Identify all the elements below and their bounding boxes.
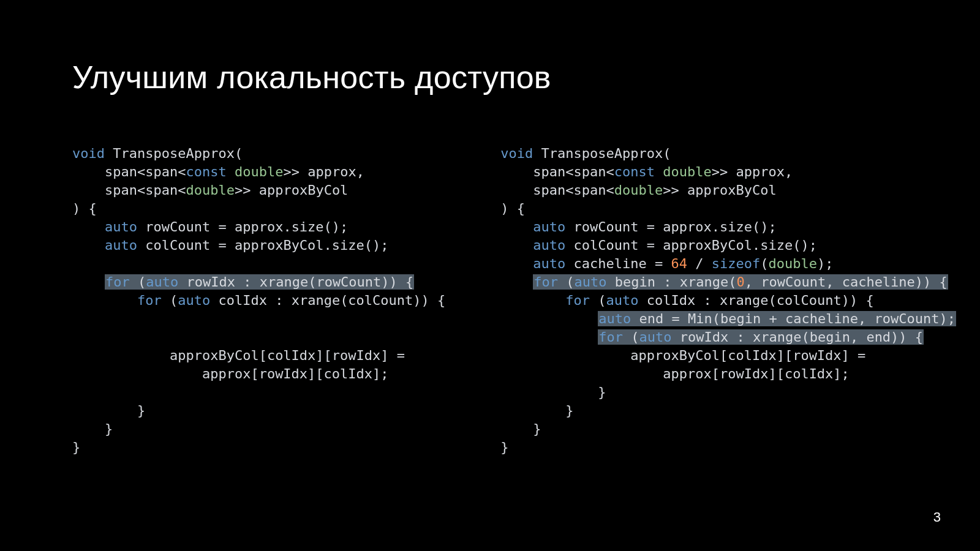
code-line: void TransposeApprox(: [500, 146, 671, 161]
code-line: span<span<double>> approxByCol: [72, 182, 348, 198]
code-line: for (auto colIdx : xrange(colCount)) {: [500, 293, 873, 308]
code-line: for (auto colIdx : xrange(colCount)) {: [72, 293, 445, 308]
slide: Улучшим локальность доступов void Transp…: [0, 0, 980, 551]
code-line: }: [72, 421, 113, 437]
code-left: void TransposeApprox( span<span<const do…: [72, 144, 445, 457]
code-line: }: [500, 440, 508, 455]
code-line: }: [72, 403, 145, 418]
code-line: approx[rowIdx][colIdx];: [500, 366, 850, 381]
code-line: for (auto begin : xrange(0, rowCount, ca…: [500, 274, 948, 290]
code-line: approxByCol[colIdx][rowIdx] =: [500, 348, 865, 363]
code-line: span<span<double>> approxByCol: [500, 182, 776, 198]
code-line: for (auto rowIdx : xrange(begin, end)) {: [500, 329, 924, 345]
code-line: for (auto rowIdx : xrange(rowCount)) {: [72, 274, 414, 290]
code-line: }: [500, 403, 573, 418]
code-right: void TransposeApprox( span<span<const do…: [500, 144, 956, 457]
code-line: span<span<const double>> approx,: [72, 164, 364, 179]
code-line: }: [500, 384, 606, 400]
code-line: auto end = Min(begin + cacheline, rowCou…: [500, 311, 956, 326]
code-line: ) {: [72, 201, 97, 216]
code-columns: void TransposeApprox( span<span<const do…: [72, 144, 908, 457]
code-line: ) {: [500, 201, 525, 216]
code-line: auto cacheline = 64 / sizeof(double);: [500, 256, 833, 271]
code-line: approxByCol[colIdx][rowIdx] =: [72, 348, 405, 363]
code-line: }: [500, 421, 541, 437]
code-line: auto rowCount = approx.size();: [72, 219, 348, 234]
code-line: auto colCount = approxByCol.size();: [500, 238, 817, 253]
code-line: void TransposeApprox(: [72, 146, 243, 161]
code-line: approx[rowIdx][colIdx];: [72, 366, 389, 381]
slide-title: Улучшим локальность доступов: [72, 59, 908, 96]
page-number: 3: [933, 509, 941, 525]
code-line: auto rowCount = approx.size();: [500, 219, 776, 234]
code-line: span<span<const double>> approx,: [500, 164, 793, 179]
code-line: }: [72, 440, 80, 455]
code-line: auto colCount = approxByCol.size();: [72, 238, 389, 253]
